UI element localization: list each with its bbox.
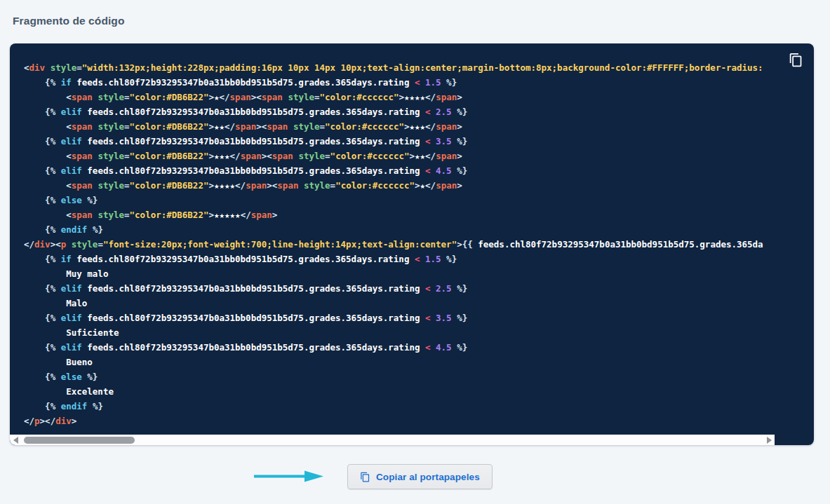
code-line: {% endif %} [24, 399, 784, 414]
code-line: </p></div> [24, 414, 784, 428]
code-line: </div><p style="font-size:20px;font-weig… [24, 237, 784, 252]
code-line: {% elif feeds.chl80f72b93295347b0a31bb0b… [24, 163, 784, 178]
code-line: <span style="color:#DB6B22">★★★★</span><… [24, 178, 784, 193]
scrollbar-thumb[interactable] [24, 437, 135, 444]
scrollbar-right-arrow-icon[interactable] [763, 435, 775, 445]
code-line: Malo [24, 296, 784, 311]
code-line: <span style="color:#DB6B22">★★</span><sp… [24, 119, 784, 134]
scrollbar-left-arrow-icon[interactable] [10, 435, 21, 445]
code-content: <div style="width:132px;height:228px;pad… [24, 60, 784, 430]
button-copy-icon [360, 472, 370, 482]
horizontal-scrollbar[interactable] [10, 435, 775, 445]
code-line: {% endif %} [24, 222, 784, 237]
copy-to-clipboard-button[interactable]: Copiar al portapapeles [347, 464, 493, 489]
code-line: {% elif feeds.chl80f72b93295347b0a31bb0b… [24, 311, 784, 325]
code-line: <span style="color:#DB6B22">★★★★★</span> [24, 207, 784, 222]
copy-code-button[interactable] [787, 53, 804, 69]
code-line: Bueno [24, 355, 784, 369]
code-line: Suficiente [24, 325, 784, 340]
code-line: Excelente [24, 384, 784, 399]
page-title: Fragmento de código [13, 15, 125, 27]
code-line: {% elif feeds.chl80f72b93295347b0a31bb0b… [24, 134, 784, 149]
code-line: {% if feeds.chl80f72b93295347b0a31bb0bd9… [24, 75, 784, 90]
code-line: {% else %} [24, 193, 784, 207]
code-line: <span style="color:#DB6B22">★★★</span><s… [24, 149, 784, 163]
code-line: {% else %} [24, 369, 784, 384]
copy-button-label: Copiar al portapapeles [376, 472, 480, 482]
code-line: {% elif feeds.chl80f72b93295347b0a31bb0b… [24, 340, 784, 355]
annotation-arrow-icon [254, 470, 324, 482]
code-snippet-card: <div style="width:132px;height:228px;pad… [10, 43, 814, 445]
code-line: Muy malo [24, 266, 784, 281]
scrollbar-track[interactable] [21, 435, 763, 445]
code-line: <div style="width:132px;height:228px;pad… [24, 60, 784, 75]
code-line: {% if feeds.chl80f72b93295347b0a31bb0bd9… [24, 252, 784, 266]
copy-icon [789, 53, 803, 70]
code-line: {% elif feeds.chl80f72b93295347b0a31bb0b… [24, 104, 784, 119]
code-line: {% elif feeds.chl80f72b93295347b0a31bb0b… [24, 281, 784, 296]
code-line: <span style="color:#DB6B22">★</span><spa… [24, 90, 784, 104]
